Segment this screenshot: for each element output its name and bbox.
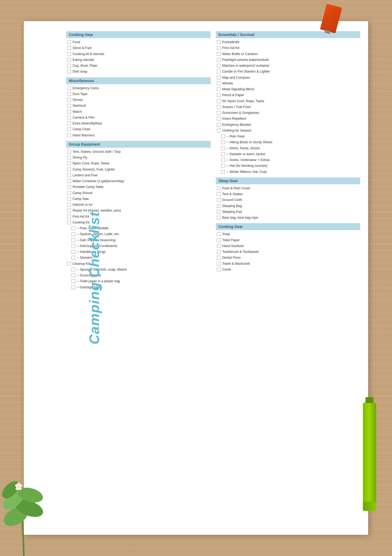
list-item[interactable]: 50' Nylon Cord, Rope, Twine: [216, 99, 360, 104]
checkbox[interactable]: [221, 140, 225, 144]
checkbox[interactable]: [221, 134, 225, 138]
checkbox[interactable]: [67, 185, 71, 189]
list-item[interactable]: -- Hat (for blocking sun/rain): [216, 163, 360, 168]
checkbox[interactable]: [67, 156, 71, 159]
checkbox[interactable]: [67, 92, 71, 96]
checkbox[interactable]: [67, 221, 71, 224]
checkbox[interactable]: [217, 93, 221, 97]
checkbox[interactable]: [67, 70, 71, 73]
checkbox[interactable]: [67, 98, 71, 102]
list-item[interactable]: -- Hiking Boots or sturdy Shoes: [216, 140, 360, 145]
checkbox[interactable]: [221, 158, 225, 162]
list-item[interactable]: Flashlight w/extra batteries/bulb: [216, 57, 360, 62]
checkbox[interactable]: [67, 162, 71, 165]
list-item[interactable]: Lantern and Fuel: [66, 173, 211, 178]
list-item[interactable]: First-Aid Kit: [216, 46, 360, 50]
list-item[interactable]: Toothbrush & Toothpaste: [216, 249, 360, 254]
list-item[interactable]: -- Shirts, Pants, Shorts: [216, 146, 360, 151]
checkbox[interactable]: [72, 279, 75, 283]
list-item[interactable]: Camera & Film: [66, 115, 211, 120]
list-item[interactable]: Whistle: [216, 81, 360, 86]
list-item[interactable]: Soap: [216, 232, 360, 236]
list-item[interactable]: Toilet Paper: [216, 238, 360, 243]
list-item[interactable]: Cup, Bowl, Plate: [66, 63, 211, 68]
list-item[interactable]: Pocketknife: [216, 40, 360, 44]
checkbox[interactable]: [72, 232, 75, 236]
checkbox[interactable]: [72, 273, 75, 277]
list-item[interactable]: Food: [66, 40, 211, 44]
checkbox[interactable]: [217, 64, 221, 68]
list-item[interactable]: Gloves: [66, 97, 211, 102]
checkbox[interactable]: [217, 192, 221, 196]
list-item[interactable]: Tent & Stakes: [216, 192, 360, 196]
list-item[interactable]: Bear bag, bear bag rope: [216, 215, 360, 220]
list-item[interactable]: Sleeping Pad: [216, 209, 360, 214]
list-item[interactable]: Stove & Fuel: [66, 46, 211, 50]
list-item[interactable]: Camp Saw: [66, 196, 211, 201]
checkbox[interactable]: [72, 244, 75, 248]
checkbox[interactable]: [217, 198, 221, 202]
list-item[interactable]: Map and Compass: [216, 75, 360, 80]
checkbox[interactable]: [67, 197, 71, 201]
checkbox[interactable]: [67, 110, 71, 114]
list-item[interactable]: Towel & Washcloth: [216, 261, 360, 266]
checkbox[interactable]: [217, 87, 221, 91]
list-item[interactable]: -- Winter Mittens, Hat, Coat: [216, 169, 360, 174]
checkbox[interactable]: [221, 170, 225, 174]
list-item[interactable]: Pack & Rain Cover: [216, 186, 360, 191]
checkbox[interactable]: [72, 238, 75, 242]
list-item[interactable]: -- Socks, Underwear + Extras: [216, 158, 360, 162]
checkbox[interactable]: [67, 46, 71, 50]
list-item[interactable]: -- Rain Gear: [216, 134, 360, 139]
list-item[interactable]: Insect Repellent: [216, 116, 360, 121]
list-item[interactable]: Hand Sanitizer: [216, 244, 360, 248]
checkbox[interactable]: [217, 117, 221, 120]
checkbox[interactable]: [217, 40, 221, 44]
checkbox[interactable]: [217, 262, 221, 266]
checkbox[interactable]: [217, 105, 221, 109]
list-item[interactable]: Swimsuit: [66, 103, 211, 108]
list-item[interactable]: Camp Chair: [66, 127, 211, 132]
list-item[interactable]: Extra shoes/flipflops: [66, 121, 211, 126]
checkbox[interactable]: [67, 262, 71, 266]
list-item[interactable]: Comb: [216, 267, 360, 272]
list-item[interactable]: Snacks / Trail Food: [216, 105, 360, 109]
list-item[interactable]: Emergency Blanket: [216, 122, 360, 127]
checkbox[interactable]: [217, 58, 221, 62]
list-item[interactable]: Emergency Coins: [66, 86, 211, 91]
list-item[interactable]: Water Container (1 gal/person/day): [66, 179, 211, 183]
checkbox[interactable]: [221, 146, 225, 150]
checkbox[interactable]: [217, 238, 221, 242]
list-item[interactable]: Dining Fly: [66, 155, 211, 160]
checkbox[interactable]: [217, 111, 221, 115]
checkbox[interactable]: [67, 58, 71, 62]
list-item[interactable]: Water Bottle or Canteen: [216, 52, 360, 56]
checkbox[interactable]: [217, 186, 221, 190]
list-item[interactable]: Sleeping Bag: [216, 204, 360, 208]
list-item[interactable]: Nylon Cord, Rope, Twine: [66, 161, 211, 166]
checkbox[interactable]: [217, 244, 221, 248]
checkbox[interactable]: [67, 191, 71, 195]
checkbox[interactable]: [72, 285, 75, 289]
list-item[interactable]: Camp Stove(s), Fuel, Lighter: [66, 167, 211, 172]
list-item[interactable]: Portable Camp Table: [66, 185, 211, 189]
list-item[interactable]: Clothing for Season: [216, 128, 360, 133]
checkbox[interactable]: [217, 99, 221, 103]
checkbox[interactable]: [67, 86, 71, 90]
checkbox[interactable]: [217, 232, 221, 236]
checkbox[interactable]: [67, 168, 71, 171]
checkbox[interactable]: [217, 204, 221, 208]
checkbox[interactable]: [67, 133, 71, 137]
checkbox[interactable]: [67, 179, 71, 183]
list-item[interactable]: Camp Shovel: [66, 191, 211, 195]
list-item[interactable]: Duct Tape: [66, 92, 211, 96]
checkbox[interactable]: [217, 129, 221, 132]
checkbox[interactable]: [217, 250, 221, 254]
list-item[interactable]: Hatchet or Ax: [66, 202, 211, 207]
list-item[interactable]: Candle or Fire Starters & Lighter: [216, 69, 360, 74]
list-item[interactable]: Cooking kit & utensils: [66, 52, 211, 56]
checkbox[interactable]: [217, 76, 221, 79]
checkbox[interactable]: [217, 82, 221, 85]
checkbox[interactable]: [67, 52, 71, 56]
checkbox[interactable]: [221, 164, 225, 168]
